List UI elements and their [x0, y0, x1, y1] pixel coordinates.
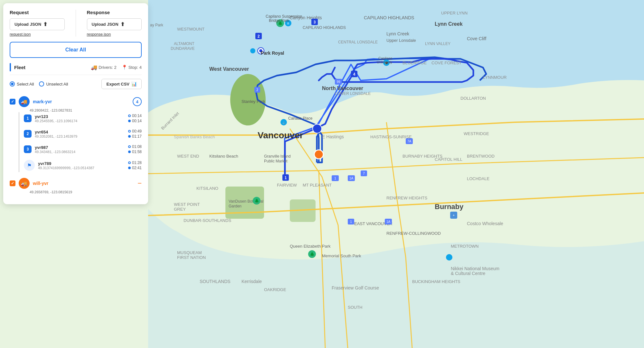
stop-name-3: yvr987 [35, 145, 125, 150]
time-row-3a: 01:08 [128, 144, 142, 149]
driver-icon-mark-yvr: 🚚 [19, 96, 30, 107]
unselect-all-text: Unselect All [46, 82, 68, 87]
unselect-all-radio[interactable] [39, 81, 44, 87]
stops-meta: 📍 Stop: 4 [122, 65, 142, 70]
time-row-2a: 00:49 [128, 129, 142, 133]
svg-text:ay Park: ay Park [150, 23, 164, 27]
svg-text:COVE FOREST: COVE FOREST [431, 60, 461, 65]
panel-header: Request Upload JSON ⬆ request.json Respo… [10, 10, 142, 37]
time-dot-4b [128, 167, 131, 169]
svg-text:Fraserview Golf Course: Fraserview Golf Course [332, 285, 379, 290]
svg-text:2: 2 [258, 34, 260, 39]
driver-coords-mark-yvr: 49.2808422, -123.0827831 [30, 108, 142, 112]
select-all-label[interactable]: Select All [10, 81, 34, 87]
time-dot-2b [128, 135, 131, 138]
upload-request-button[interactable]: Upload JSON ⬆ [10, 18, 65, 30]
time-row-2b: 01:17 [128, 134, 142, 139]
svg-text:RENFREW-COLLINGWOOD: RENFREW-COLLINGWOOD [386, 231, 441, 236]
time-dot-3a [128, 145, 131, 148]
svg-text:BRENTWOOD: BRENTWOOD [467, 154, 495, 159]
svg-text:Park Royal: Park Royal [261, 50, 284, 56]
stop-num-1: 1 [24, 114, 32, 122]
svg-text:Kerrisdale: Kerrisdale [242, 279, 262, 284]
stop-name-1: yvr123 [35, 114, 125, 119]
svg-text:1A: 1A [349, 177, 354, 180]
svg-text:Bridge Park: Bridge Park [269, 18, 289, 23]
svg-text:Granville Island: Granville Island [264, 154, 291, 159]
svg-text:E Hastings: E Hastings [322, 134, 344, 139]
driver-header-mark-yvr: 🚚 mark-yvr 4 [10, 94, 142, 109]
collapse-will-yvr-button[interactable]: − [137, 180, 142, 187]
svg-text:CAPILANO HIGHLANDS: CAPILANO HIGHLANDS [364, 15, 414, 20]
driver-checkbox-mark-yvr[interactable] [10, 99, 15, 105]
driver-checkbox-will-yvr[interactable] [10, 180, 15, 186]
driver-name-will-yvr: will-yvr [33, 181, 82, 186]
time-row-4a: 01:28 [128, 160, 142, 165]
svg-text:University: University [377, 60, 393, 64]
stop-name-4: yvr789 [38, 161, 125, 166]
export-csv-label: Export CSV [106, 82, 129, 87]
svg-text:Public Market: Public Market [264, 159, 288, 163]
clear-all-button[interactable]: Clear All [10, 42, 142, 58]
stop-num-2: 2 [24, 130, 32, 138]
svg-point-65 [313, 124, 322, 133]
svg-point-69 [250, 48, 255, 53]
side-panel: Request Upload JSON ⬆ request.json Respo… [3, 3, 148, 204]
svg-text:LYNN VALLEY: LYNN VALLEY [425, 41, 450, 46]
driver-name-mark-yvr: mark-yvr [33, 99, 129, 104]
select-all-radio[interactable] [10, 81, 15, 87]
upload-response-button[interactable]: Upload JSON ⬆ [87, 18, 142, 30]
flag-icon-stop4: ⚑ [24, 160, 35, 171]
driver-item-mark-yvr: 🚚 mark-yvr 4 49.2808422, -123.0827831 1 … [10, 94, 142, 172]
upload-icon-2: ⬆ [120, 21, 125, 27]
upload-response-label: Upload JSON [92, 22, 118, 27]
unselect-all-label[interactable]: Unselect All [39, 81, 68, 87]
svg-text:GREY: GREY [174, 207, 186, 212]
stop-item-3: 3 yvr987 49.343481, -123.0863214 01:08 0… [24, 143, 142, 155]
svg-text:2: 2 [256, 88, 258, 92]
request-file-link[interactable]: request.json [10, 32, 65, 37]
svg-text:& Cultural Centre: & Cultural Centre [451, 271, 486, 276]
svg-text:Cove Cliff: Cove Cliff [467, 36, 487, 41]
fleet-label: Fleet [14, 65, 88, 70]
flag-icon-symbol: ⚑ [27, 162, 32, 169]
svg-text:DOLLARTON: DOLLARTON [460, 96, 486, 101]
driver-icon-will-yvr: 🚚 [19, 178, 30, 189]
svg-text:LOWER LONSDALE: LOWER LONSDALE [335, 91, 371, 96]
time-dot-3b [128, 151, 131, 153]
request-section: Request Upload JSON ⬆ request.json [10, 10, 65, 37]
svg-text:Upper Lonsdale: Upper Lonsdale [386, 38, 416, 43]
table-icon: 📊 [131, 81, 137, 87]
truck-icon-driver1: 🚚 [21, 99, 27, 105]
svg-text:Burnaby: Burnaby [435, 203, 464, 211]
stop-item-2: 2 yvr654 49.3352081, -123.1453979 00:49 … [24, 128, 142, 140]
svg-text:WEST END: WEST END [177, 154, 199, 159]
svg-text:Lynn Creek: Lynn Creek [435, 21, 463, 27]
svg-text:HASTINGS-SUNRISE: HASTINGS-SUNRISE [370, 134, 412, 139]
svg-point-104 [446, 254, 452, 261]
stop-info-3: yvr987 49.343481, -123.0863214 [35, 145, 125, 154]
response-file-link[interactable]: response.json [87, 32, 142, 37]
svg-text:Canada Place: Canada Place [288, 116, 313, 121]
svg-text:1A: 1A [386, 220, 391, 224]
time-row-1b: 00:14 [128, 119, 142, 123]
export-csv-button[interactable]: Export CSV 📊 [101, 79, 142, 89]
stop-times-4: 01:28 02:41 [128, 160, 142, 170]
svg-text:Spanish Banks Beach: Spanish Banks Beach [174, 134, 215, 139]
svg-text:7: 7 [363, 172, 365, 175]
svg-text:SOUTH: SOUTH [348, 305, 363, 310]
stop-num-3: 3 [24, 145, 32, 153]
svg-text:METROTOWN: METROTOWN [451, 244, 478, 249]
stop-info-2: yvr654 49.3352081, -123.1453979 [35, 130, 125, 138]
stop-times-2: 00:49 01:17 [128, 129, 142, 139]
svg-text:FAIRVIEW: FAIRVIEW [277, 183, 297, 188]
svg-text:WESTMOUNT: WESTMOUNT [177, 27, 204, 32]
driver-coords-will-yvr: 49.2658769, -123.0815619 [30, 190, 142, 194]
time-dot-4a [128, 161, 131, 164]
upload-request-label: Upload JSON [14, 22, 41, 27]
pin-icon: 📍 [122, 65, 127, 70]
svg-text:BUCKINGHAM HEIGHTS: BUCKINGHAM HEIGHTS [412, 279, 460, 284]
svg-text:1: 1 [285, 176, 287, 180]
svg-text:UPPER LYNN: UPPER LYNN [441, 11, 468, 15]
svg-text:+: + [453, 213, 455, 217]
